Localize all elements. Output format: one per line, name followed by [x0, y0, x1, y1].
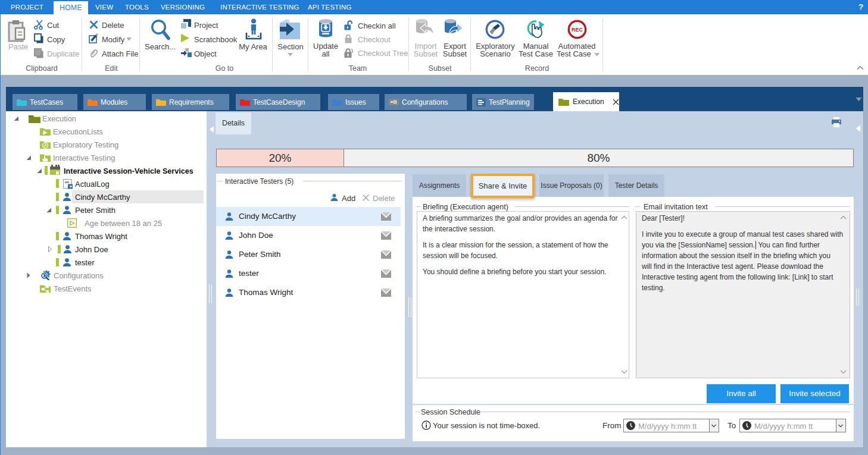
svg-text:REC: REC — [572, 27, 583, 33]
